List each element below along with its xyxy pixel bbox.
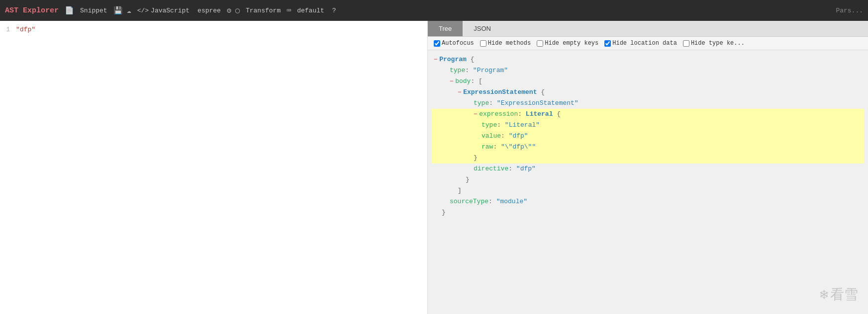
key-expression: expression	[479, 109, 518, 120]
key-type-program: type	[450, 65, 465, 76]
key-type-literal: type	[482, 120, 497, 131]
snippet-file-icon: 📄	[65, 6, 74, 15]
autofocus-label: Autofocus	[442, 40, 474, 47]
key-value-literal: value	[482, 131, 501, 142]
parser-label: espree	[197, 7, 221, 14]
line-content-1: "dfp"	[16, 25, 35, 35]
hide-empty-keys-label: Hide empty keys	[545, 40, 598, 47]
help-button[interactable]: ?	[330, 6, 338, 15]
tree-node-expression: − expression : Literal {	[434, 109, 862, 120]
tree-node-program-type: type : "Program"	[434, 65, 862, 76]
snippet-label: Snippet	[80, 7, 107, 14]
help-label: ?	[332, 7, 336, 14]
key-body: body	[455, 76, 471, 87]
key-raw-literal: raw	[482, 142, 493, 153]
tree-node-expression-statement: − ExpressionStatement {	[434, 87, 862, 98]
toggle-expression-statement[interactable]: −	[458, 87, 461, 98]
node-name-literal[interactable]: Literal	[526, 109, 553, 120]
tree-node-es-type: type : "ExpressionStatement"	[434, 98, 862, 109]
key-directive: directive	[474, 163, 508, 174]
option-hide-location-data[interactable]: Hide location data	[604, 40, 677, 47]
tree-node-literal-close: }	[434, 153, 862, 163]
editor-line-1: 1 "dfp"	[0, 25, 427, 35]
hide-type-keys-checkbox[interactable]	[683, 40, 689, 47]
default-button[interactable]: default	[295, 6, 326, 15]
tree-content[interactable]: − Program { type : "Program" − body : [ …	[428, 50, 868, 314]
autofocus-checkbox[interactable]	[434, 40, 440, 47]
code-brackets-icon: </>	[137, 7, 149, 14]
tabs-bar: Tree JSON	[428, 21, 868, 37]
node-name-program[interactable]: Program	[439, 54, 467, 65]
tree-node-es-close: }	[434, 174, 862, 185]
node-name-expression-statement[interactable]: ExpressionStatement	[463, 87, 537, 98]
editor-pane[interactable]: 1 "dfp"	[0, 21, 428, 314]
main-area: 1 "dfp" Tree JSON Autofocus Hide methods	[0, 21, 868, 314]
right-label: Pars...	[836, 7, 863, 14]
value-literal-type: "Literal"	[505, 120, 540, 131]
tree-node-body-close: ]	[434, 185, 862, 196]
language-button[interactable]: </> JavaScript	[135, 6, 192, 15]
option-hide-type-keys[interactable]: Hide type ke...	[683, 40, 745, 47]
tree-node-body: − body : [	[434, 76, 862, 87]
parser-button[interactable]: espree	[195, 6, 223, 15]
tab-tree[interactable]: Tree	[428, 21, 463, 36]
snippet-button[interactable]: Snippet	[78, 6, 109, 15]
key-source-type: sourceType	[450, 196, 488, 207]
cloud-icon: ☁	[127, 6, 131, 15]
default-label: default	[297, 7, 324, 14]
tree-node-literal-type: type : "Literal"	[434, 120, 862, 131]
keyboard-icon: ⌨	[287, 6, 291, 15]
hide-location-data-label: Hide location data	[612, 40, 677, 47]
value-directive: "dfp"	[516, 163, 536, 174]
option-hide-methods[interactable]: Hide methods	[480, 40, 531, 47]
highlight-block: − expression : Literal { type : "Literal…	[432, 109, 864, 163]
toggle-body[interactable]: −	[450, 76, 453, 87]
hide-methods-label: Hide methods	[488, 40, 531, 47]
tree-node-program: − Program {	[434, 54, 862, 65]
tree-node-program-close: }	[434, 207, 862, 218]
value-es-type: "ExpressionStatement"	[497, 98, 579, 109]
value-source-type: "module"	[496, 196, 527, 207]
gear-icon[interactable]: ⚙	[227, 6, 231, 15]
brand-title: AST Explorer	[5, 6, 59, 15]
save-icon: 💾	[113, 6, 123, 15]
tab-json[interactable]: JSON	[463, 21, 502, 36]
toggle-expression[interactable]: −	[474, 109, 477, 120]
toolbar: AST Explorer 📄 Snippet 💾 ☁ </> JavaScrip…	[0, 0, 868, 21]
code-string: "dfp"	[16, 26, 35, 33]
value-literal-val: "dfp"	[509, 131, 528, 142]
hide-location-data-checkbox[interactable]	[604, 40, 611, 47]
toggle-icon[interactable]: ◯	[235, 6, 240, 15]
options-bar: Autofocus Hide methods Hide empty keys H…	[428, 37, 868, 50]
hide-type-keys-label: Hide type ke...	[691, 40, 745, 47]
language-label: JavaScript	[151, 7, 190, 14]
tree-node-directive: directive : "dfp"	[434, 163, 862, 174]
hide-empty-keys-checkbox[interactable]	[537, 40, 543, 47]
tree-node-literal-raw: raw : "\"dfp\""	[434, 142, 862, 153]
option-autofocus[interactable]: Autofocus	[434, 40, 474, 47]
tree-node-literal-value: value : "dfp"	[434, 131, 862, 142]
value-literal-raw: "\"dfp\""	[501, 142, 536, 153]
hide-methods-checkbox[interactable]	[480, 40, 486, 47]
line-number-1: 1	[0, 25, 16, 35]
ast-pane: Tree JSON Autofocus Hide methods Hide em…	[428, 21, 868, 314]
toggle-program[interactable]: −	[434, 54, 437, 65]
tree-node-source-type: sourceType : "module"	[434, 196, 862, 207]
transform-button[interactable]: Transform	[244, 6, 283, 15]
option-hide-empty-keys[interactable]: Hide empty keys	[537, 40, 598, 47]
key-type-es: type	[474, 98, 489, 109]
transform-label: Transform	[246, 7, 281, 14]
value-program-type: "Program"	[473, 65, 508, 76]
